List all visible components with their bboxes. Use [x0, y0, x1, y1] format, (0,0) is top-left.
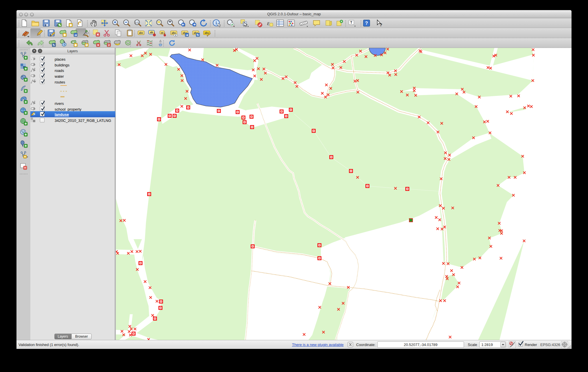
svg-text:i: i [216, 21, 217, 25]
svg-text:↻: ↻ [197, 33, 199, 37]
svg-text:ε: ε [267, 20, 269, 26]
svg-text:abc: abc [204, 31, 209, 34]
svg-text:✎: ✎ [58, 23, 61, 27]
svg-text:ab: ab [161, 31, 163, 34]
svg-text:T: T [350, 21, 352, 25]
svg-text:↻: ↻ [53, 43, 55, 47]
svg-text:➔: ➔ [74, 33, 77, 37]
svg-text:✕: ✕ [97, 43, 99, 47]
svg-text:1:1: 1:1 [135, 21, 139, 24]
svg-text:➔: ➔ [186, 33, 188, 37]
svg-text:abc: abc [171, 31, 176, 34]
svg-text:✱: ✱ [74, 43, 77, 47]
svg-text:?: ? [365, 21, 368, 26]
svg-text:ab: ab [150, 31, 153, 34]
svg-text:✱: ✱ [69, 23, 72, 27]
svg-text:?: ? [380, 22, 382, 27]
svg-text:abc: abc [139, 31, 143, 34]
svg-text:✱: ✱ [63, 33, 66, 37]
